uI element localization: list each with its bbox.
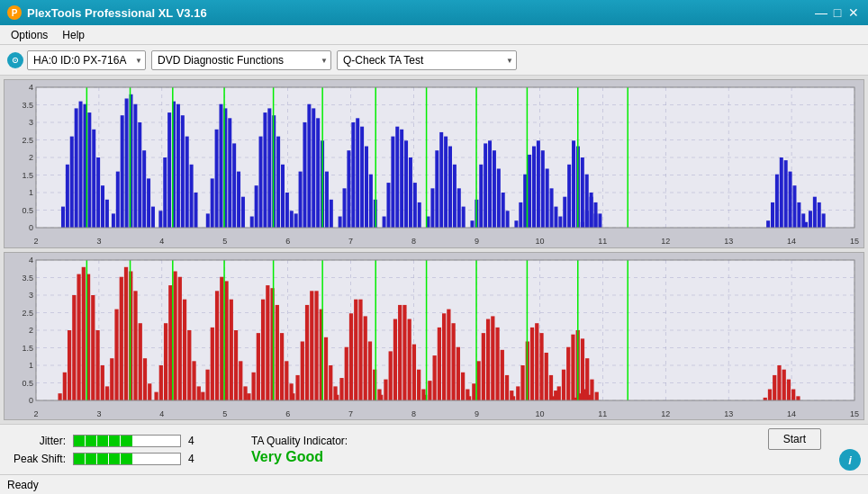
- bottom-chart: [4, 252, 864, 421]
- menu-options[interactable]: Options: [5, 27, 53, 43]
- jitter-progress: [73, 435, 181, 447]
- minimize-button[interactable]: —: [814, 5, 828, 20]
- top-chart: [4, 79, 864, 248]
- drive-selector: ⊙ HA:0 ID:0 PX-716A: [7, 50, 146, 70]
- info-button[interactable]: i: [839, 449, 861, 471]
- peakshift-progress: [73, 453, 181, 465]
- test-dropdown[interactable]: Q-Check TA Test: [337, 50, 517, 70]
- titlebar-left: P PlexTools Professional XL V3.16: [7, 5, 207, 20]
- drive-dropdown[interactable]: HA:0 ID:0 PX-716A: [27, 50, 146, 70]
- metrics-area: Jitter: 4 Peak Shift: 4: [7, 435, 206, 465]
- maximize-button[interactable]: □: [830, 5, 845, 20]
- function-dropdown-wrapper: DVD Diagnostic Functions: [151, 50, 331, 70]
- status-text: Ready: [7, 479, 39, 491]
- ta-quality-area: TA Quality Indicator: Very Good: [251, 435, 348, 465]
- app-title: PlexTools Professional XL V3.16: [27, 6, 207, 20]
- bottom-panel: Jitter: 4 Peak Shift: 4 TA Quality Indic…: [0, 424, 868, 474]
- menubar: Options Help: [0, 25, 868, 45]
- jitter-row: Jitter: 4: [7, 435, 206, 447]
- titlebar: P PlexTools Professional XL V3.16 — □ ✕: [0, 0, 868, 25]
- toolbar: ⊙ HA:0 ID:0 PX-716A DVD Diagnostic Funct…: [0, 45, 868, 76]
- top-chart-canvas: [5, 80, 863, 247]
- app-icon: P: [7, 5, 22, 20]
- drive-dropdown-wrapper: HA:0 ID:0 PX-716A: [27, 50, 146, 70]
- ta-quality-value: Very Good: [251, 449, 323, 465]
- close-button[interactable]: ✕: [846, 5, 861, 20]
- peakshift-value: 4: [188, 453, 206, 465]
- test-dropdown-wrapper: Q-Check TA Test: [337, 50, 517, 70]
- menu-help[interactable]: Help: [57, 27, 90, 43]
- peakshift-label: Peak Shift:: [7, 453, 66, 465]
- function-dropdown[interactable]: DVD Diagnostic Functions: [151, 50, 331, 70]
- titlebar-controls: — □ ✕: [814, 5, 861, 20]
- drive-icon: ⊙: [7, 52, 23, 68]
- bottom-chart-canvas: [5, 253, 863, 420]
- jitter-label: Jitter:: [7, 435, 66, 447]
- ta-quality-label: TA Quality Indicator:: [251, 435, 348, 447]
- peakshift-row: Peak Shift: 4: [7, 453, 206, 465]
- statusbar: Ready: [0, 474, 868, 494]
- jitter-value: 4: [188, 435, 206, 447]
- start-button[interactable]: Start: [768, 428, 821, 450]
